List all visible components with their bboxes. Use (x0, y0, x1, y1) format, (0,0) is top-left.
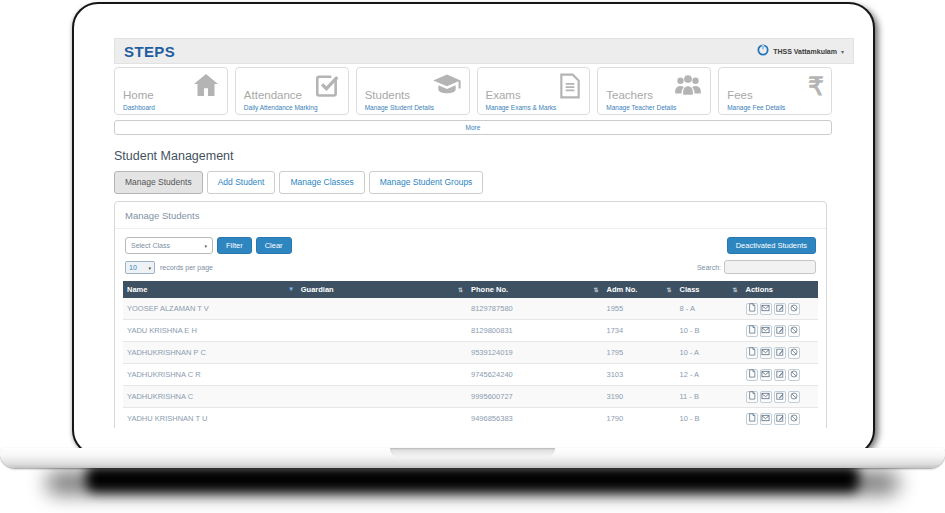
nav-card-row: HomeDashboardAttendanceDaily Attendance … (114, 67, 832, 115)
sort-desc-icon: ▾ (289, 286, 292, 293)
edit-action-button[interactable] (774, 325, 786, 337)
class-cell: 10 - B (676, 320, 742, 342)
nav-card-home[interactable]: HomeDashboard (114, 67, 228, 115)
exam-document-icon (558, 73, 582, 99)
edit-action-button[interactable] (774, 347, 786, 359)
records-per-page-select[interactable]: 10 ▾ (125, 261, 155, 274)
document-action-button[interactable] (746, 369, 758, 381)
guardian-cell (297, 364, 467, 386)
nav-card-fees[interactable]: ₹FeesManage Fee Details (718, 67, 832, 115)
document-action-button[interactable] (746, 347, 758, 359)
sort-icon: ⇅ (732, 287, 737, 293)
class-select[interactable]: Select Class ▾ (125, 237, 213, 254)
edit-action-button[interactable] (774, 391, 786, 403)
chevron-down-icon: ▾ (148, 265, 151, 271)
ban-action-button[interactable] (788, 303, 800, 315)
table-row: YADHUKRISHNA C R9745624240310312 - A (123, 364, 818, 386)
tab-manage-classes[interactable]: Manage Classes (279, 171, 364, 194)
column-header-guardian[interactable]: Guardian⇅ (297, 281, 467, 298)
name-cell: YADHUKRISHNA C R (123, 364, 297, 386)
envelope-action-button[interactable] (760, 391, 772, 403)
phone-cell: 9995600727 (467, 386, 603, 408)
account-menu[interactable]: THSS Vattamkulam ▾ (757, 42, 844, 60)
column-header-name[interactable]: Name▾ (123, 281, 297, 298)
students-table: Name▾Guardian⇅Phone No.⇅Adm No.⇅Class⇅Ac… (123, 281, 818, 428)
nav-card-subtitle: Dashboard (123, 104, 155, 111)
name-cell: YADHUKRISHNA C (123, 386, 297, 408)
ban-action-button[interactable] (788, 369, 800, 381)
column-header-class[interactable]: Class⇅ (676, 281, 742, 298)
search-input[interactable] (724, 260, 816, 274)
more-bar[interactable]: More (114, 120, 832, 135)
ban-action-button[interactable] (788, 325, 800, 337)
nav-card-title: Fees (727, 89, 753, 101)
nav-card-students[interactable]: StudentsManage Student Details (356, 67, 470, 115)
clear-button[interactable]: Clear (256, 237, 292, 254)
envelope-icon (761, 370, 770, 380)
nav-card-subtitle: Manage Fee Details (727, 104, 785, 111)
envelope-action-button[interactable] (760, 303, 772, 315)
document-icon (748, 303, 756, 314)
laptop-screen: STEPS THSS Vattamkulam ▾ HomeDashboardAt… (72, 2, 875, 456)
column-label: Class (680, 285, 700, 294)
tab-manage-students[interactable]: Manage Students (114, 171, 203, 194)
nav-card-exams[interactable]: ExamsManage Exams & Marks (477, 67, 591, 115)
records-per-page-value: 10 (129, 264, 137, 271)
edit-icon (776, 392, 784, 402)
document-action-button[interactable] (746, 325, 758, 337)
edit-action-button[interactable] (774, 369, 786, 381)
envelope-action-button[interactable] (760, 347, 772, 359)
column-label: Guardian (301, 285, 334, 294)
column-header-admno[interactable]: Adm No.⇅ (603, 281, 676, 298)
envelope-action-button[interactable] (760, 369, 772, 381)
class-cell: 8 - A (676, 298, 742, 320)
document-action-button[interactable] (746, 413, 758, 425)
ban-icon (790, 326, 798, 336)
nav-card-teachers[interactable]: TeachersManage Teacher Details (597, 67, 711, 115)
edit-icon (776, 348, 784, 358)
ban-action-button[interactable] (788, 347, 800, 359)
tab-add-student[interactable]: Add Student (207, 171, 276, 194)
sort-icon: ⇅ (666, 287, 671, 293)
document-action-button[interactable] (746, 303, 758, 315)
adm-no-cell: 3190 (603, 386, 676, 408)
nav-card-title: Students (365, 89, 410, 101)
deactivated-students-button[interactable]: Deactivated Students (727, 237, 816, 254)
class-cell: 10 - A (676, 342, 742, 364)
ban-action-button[interactable] (788, 391, 800, 403)
attendance-check-icon (313, 73, 341, 99)
ban-icon (790, 304, 798, 314)
search-label: Search: (697, 264, 721, 271)
ban-action-button[interactable] (788, 413, 800, 425)
laptop-shadow-dark (86, 466, 859, 492)
filter-row: Select Class ▾ Filter Clear Deactivated … (115, 229, 826, 258)
envelope-action-button[interactable] (760, 325, 772, 337)
edit-action-button[interactable] (774, 303, 786, 315)
rupee-icon: ₹ (808, 73, 824, 99)
column-header-phoneno[interactable]: Phone No.⇅ (467, 281, 603, 298)
table-header-row: Name▾Guardian⇅Phone No.⇅Adm No.⇅Class⇅Ac… (123, 281, 818, 298)
filter-button[interactable]: Filter (217, 237, 252, 254)
adm-no-cell: 1795 (603, 342, 676, 364)
name-cell: YADU KRISHNA E H (123, 320, 297, 342)
column-label: Actions (746, 285, 774, 294)
name-cell: YOOSEF ALZAMAN T V (123, 298, 297, 320)
document-icon (748, 391, 756, 402)
sort-icon: ⇅ (458, 287, 463, 293)
guardian-cell (297, 342, 467, 364)
envelope-action-button[interactable] (760, 413, 772, 425)
nav-card-subtitle: Daily Attendance Marking (244, 104, 318, 111)
edit-action-button[interactable] (774, 413, 786, 425)
actions-cell (742, 364, 818, 386)
adm-no-cell: 1955 (603, 298, 676, 320)
nav-card-attendance[interactable]: AttendanceDaily Attendance Marking (235, 67, 349, 115)
steps-app-window: STEPS THSS Vattamkulam ▾ HomeDashboardAt… (114, 38, 854, 428)
phone-cell: 9496856383 (467, 408, 603, 429)
nav-card-subtitle: Manage Student Details (365, 104, 434, 111)
tab-manage-student-groups[interactable]: Manage Student Groups (369, 171, 484, 194)
phone-cell: 8129787580 (467, 298, 603, 320)
column-label: Phone No. (471, 285, 508, 294)
ban-icon (790, 348, 798, 358)
document-action-button[interactable] (746, 391, 758, 403)
nav-card-subtitle: Manage Teacher Details (606, 104, 676, 111)
